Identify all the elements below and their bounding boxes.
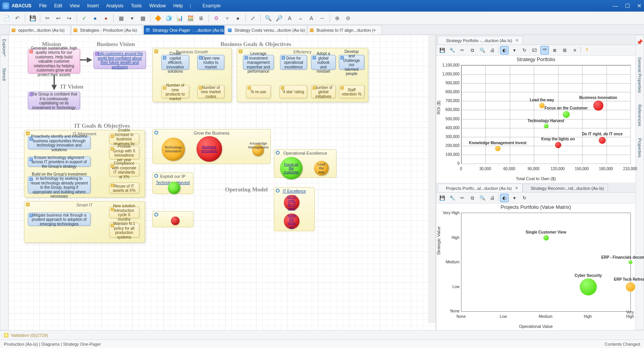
sidebar-general-props-tab[interactable]: General Properties: [637, 57, 642, 93]
ptb-copy-icon[interactable]: ⧉: [468, 46, 477, 55]
menu-tools[interactable]: Tools: [131, 3, 142, 9]
bubble-small1[interactable]: [171, 217, 179, 225]
tb-dot3-icon[interactable]: ●: [233, 13, 243, 23]
menu-window[interactable]: Window: [149, 3, 166, 9]
node-ita-c4[interactable]: Reuse of IT assets at X%: [109, 183, 139, 193]
tb-cut-icon[interactable]: ✂: [43, 13, 53, 23]
window-close-button[interactable]: ✕: [637, 3, 642, 9]
tb-undo-icon[interactable]: ↩: [53, 13, 63, 23]
ptb-grid-icon[interactable]: ⊞: [560, 46, 569, 55]
bubble-biz-innov[interactable]: Business Innovation: [196, 136, 222, 162]
ptb-print-icon[interactable]: 🖨: [488, 46, 497, 55]
ptb-cut-icon[interactable]: ✂: [458, 46, 466, 55]
tb-expand-icon[interactable]: ▾: [127, 13, 137, 23]
tb-remove-icon[interactable]: ⊘: [343, 13, 353, 23]
tb-drop-icon[interactable]: ▿: [222, 13, 232, 23]
node-ef-m4[interactable]: Staff retention %: [339, 85, 364, 98]
doc-tab[interactable]: Strategy Costs versu...duction (As-Is): [225, 25, 307, 34]
ptb-save-icon[interactable]: 💾: [438, 194, 446, 202]
node-sit-c2[interactable]: Maintain N-1 policy for all production s…: [109, 223, 139, 237]
ptb-save-icon[interactable]: 💾: [438, 46, 446, 55]
node-bg-g1[interactable]: Create capital efficient, innovative sol…: [161, 55, 189, 70]
chart-projects-portfolio[interactable]: Projects Portfolio (Value Matrix) Strate…: [436, 203, 635, 330]
chart-strategy-portfolio[interactable]: Strategy Portfolio ROI ($) Total Cost to…: [436, 56, 635, 183]
tb-add-icon[interactable]: ⊕: [332, 13, 342, 23]
tb-dot1-icon[interactable]: ●: [90, 13, 100, 23]
ptb-trend-icon[interactable]: 🗠: [530, 46, 539, 55]
node-ita-c3[interactable]: Compliance with corporate IT standards a…: [109, 163, 139, 176]
panel-tab[interactable]: Strategy Recomm...nd...duction (As-Is): [523, 184, 608, 192]
node-ef-g2[interactable]: Drive for operational excellence: [280, 55, 307, 70]
sidebar-stencil-tab[interactable]: Stencil: [2, 68, 7, 81]
bubble-tech-innov[interactable]: Technology Innovation: [162, 138, 185, 161]
tb-new-icon[interactable]: 📄: [2, 13, 12, 23]
validation-bar[interactable]: Validation (0)(2719): [0, 330, 644, 339]
tb-save-icon[interactable]: 💾: [27, 13, 38, 23]
tb-dot2-icon[interactable]: ●: [101, 13, 111, 23]
tb-calc-icon[interactable]: 🧮: [185, 13, 195, 23]
ptb-find-icon[interactable]: 🔍: [478, 194, 487, 202]
node-bg-g2[interactable]: Open new routes to market: [197, 55, 224, 70]
sidebar-references-tab[interactable]: References: [637, 104, 642, 126]
node-sit-b1[interactable]: Mitigate business risk through a prudent…: [28, 213, 91, 226]
tb-shape-icon[interactable]: 🔶: [153, 13, 163, 23]
tb-zoomout-icon[interactable]: 🔎: [274, 13, 284, 23]
node-ef-m2[interactable]: '4 star' rating: [279, 85, 307, 98]
bubble-lead-way[interactable]: Lead the way: [314, 161, 329, 176]
menu-help[interactable]: Help: [173, 3, 183, 9]
ptb-cut-icon[interactable]: ✂: [458, 194, 466, 202]
node-ita-b2[interactable]: Ensure technology alignment across IT pr…: [28, 157, 91, 167]
bubble-lightson[interactable]: Keep the lights on: [284, 213, 299, 229]
ptb-print-icon[interactable]: 🖨: [488, 194, 497, 202]
node-ita-b1[interactable]: Proactively identify and influence busin…: [28, 136, 91, 149]
tb-3d-icon[interactable]: 🧊: [164, 13, 174, 23]
node-ef-g3[interactable]: Adopt a global outlook and mindset: [311, 55, 336, 70]
node-ita-b3[interactable]: Build on the Group's investment in techn…: [28, 176, 91, 193]
tb-zoomin-icon[interactable]: 🔍: [263, 13, 273, 23]
window-minimize-button[interactable]: —: [613, 3, 618, 9]
node-bg-m2[interactable]: Number of new market routes: [197, 85, 224, 98]
doc-tab-active[interactable]: Strategy One-Pager - ...duction (As-Is)✕: [143, 25, 225, 34]
ptb-list-icon[interactable]: ≣: [550, 46, 559, 55]
node-mission[interactable]: Generate sustainable, high quality retur…: [28, 49, 80, 73]
tb-redo-icon[interactable]: ↪: [64, 13, 74, 23]
ptb-drop-icon[interactable]: ▾: [510, 194, 519, 202]
ptb-rows-icon[interactable]: ≡: [571, 46, 579, 55]
menu-view[interactable]: View: [70, 3, 80, 9]
ptb-find-icon[interactable]: 🔍: [478, 46, 487, 55]
ptb-wrench-icon[interactable]: 🔧: [448, 46, 456, 55]
ptb-copy-icon[interactable]: ⧉: [468, 194, 477, 202]
node-ef-g4[interactable]: Develop and challenge our talented peopl…: [339, 55, 364, 70]
example-label[interactable]: Example: [203, 3, 221, 9]
doc-tab[interactable]: opportin...duction (As-Is): [9, 25, 70, 34]
tb-width-icon[interactable]: ↔: [317, 13, 327, 23]
node-ita-c1[interactable]: Enable increase in business revenues by …: [109, 133, 139, 144]
bubble-tech-harvest[interactable]: [168, 182, 180, 194]
tb-table-icon[interactable]: ▦: [116, 13, 126, 23]
ptb-mode-icon[interactable]: ◐: [500, 46, 509, 55]
tb-align-icon[interactable]: ⫠: [296, 13, 306, 23]
tb-matrix-icon[interactable]: ▩: [138, 13, 148, 23]
node-ita-c2[interactable]: Provide Group with X innovations per yea…: [109, 146, 139, 159]
close-icon[interactable]: ✕: [515, 186, 518, 191]
node-ef-g1[interactable]: Leverage investment management expertise…: [243, 55, 274, 70]
menu-file[interactable]: File: [39, 3, 46, 9]
ptb-mode-icon[interactable]: ◐: [500, 194, 509, 202]
node-ef-m1[interactable]: % re-use: [246, 85, 271, 98]
tb-validate-icon[interactable]: ✓: [79, 13, 89, 23]
sidebar-properties-tab[interactable]: Properties: [637, 138, 642, 157]
tb-tool1-icon[interactable]: ⤢: [248, 13, 258, 23]
node-itvision[interactable]: The Group is confident that it is contin…: [28, 92, 80, 109]
doc-tab[interactable]: Business to IT align...duction (+: [307, 25, 382, 34]
menu-analysis[interactable]: Analysis: [106, 3, 124, 9]
sidebar-explorer-tab[interactable]: Explorer*: [2, 39, 7, 56]
ptb-help-icon[interactable]: ?: [583, 46, 591, 55]
node-ef-m3[interactable]: Number of global initiatives: [311, 85, 336, 98]
tb-text1-icon[interactable]: A: [285, 13, 295, 23]
panel-tab[interactable]: Strategy Portfolio -...duction (As-Is)✕: [438, 36, 523, 44]
ptb-refresh-icon[interactable]: ↻: [520, 46, 529, 55]
panel-tab[interactable]: Projects Portfo...al...duction (As-Is)✕: [438, 184, 523, 192]
node-sit-c1[interactable]: New solution introduction cycle X months: [109, 206, 139, 218]
diagram-canvas[interactable]: Mission Business Vision Business Goals &…: [9, 35, 436, 330]
ptb-wrench-icon[interactable]: 🔧: [448, 194, 456, 202]
